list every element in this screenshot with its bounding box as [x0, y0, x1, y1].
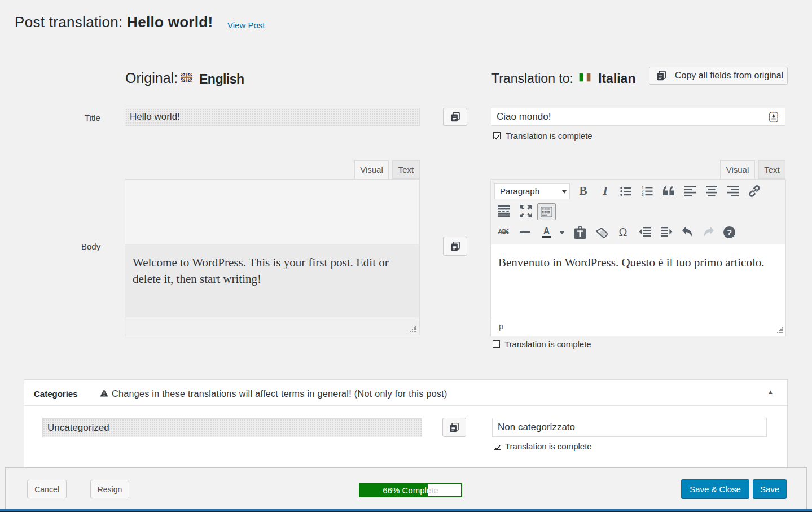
svg-text:3: 3 — [642, 192, 644, 196]
